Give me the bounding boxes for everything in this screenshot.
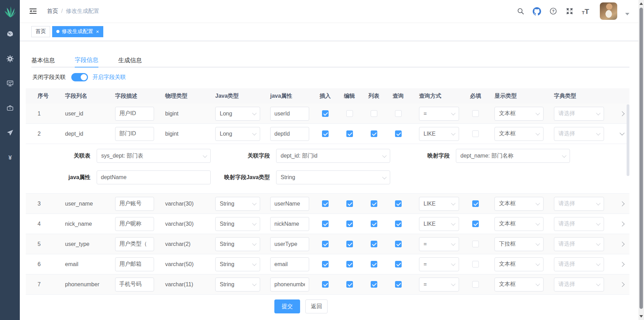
sidebar-item-dashboard[interactable] bbox=[6, 30, 14, 38]
expand-row-button[interactable] bbox=[620, 130, 625, 135]
scrollbar-thumb[interactable] bbox=[639, 8, 643, 309]
display-type-select[interactable]: 下拉框 bbox=[494, 237, 544, 251]
relation-table-select[interactable]: sys_dept: 部门表 bbox=[97, 149, 211, 163]
required-checkbox[interactable] bbox=[472, 281, 479, 288]
help-button[interactable]: ? bbox=[549, 7, 557, 15]
insert-checkbox[interactable] bbox=[322, 130, 329, 137]
java-type-select[interactable]: Long bbox=[215, 127, 260, 141]
java-attr-input[interactable] bbox=[270, 197, 309, 211]
edit-checkbox[interactable] bbox=[346, 241, 353, 247]
tag-active-page[interactable]: 修改生成配置 × bbox=[52, 26, 103, 37]
list-checkbox[interactable] bbox=[371, 110, 377, 117]
field-relation-switch[interactable] bbox=[71, 73, 88, 81]
expand-row-button[interactable] bbox=[620, 241, 625, 246]
description-input[interactable] bbox=[115, 217, 154, 231]
java-attr-input[interactable] bbox=[270, 107, 309, 121]
insert-checkbox[interactable] bbox=[322, 221, 329, 227]
display-type-select[interactable]: 文本框 bbox=[494, 107, 544, 121]
list-checkbox[interactable] bbox=[371, 200, 377, 207]
insert-checkbox[interactable] bbox=[322, 241, 329, 247]
mapping-field-select[interactable]: dept_name: 部门名称 bbox=[456, 149, 570, 163]
display-type-select[interactable]: 文本框 bbox=[494, 127, 544, 141]
query-type-select[interactable]: LIKE bbox=[419, 197, 459, 211]
required-checkbox[interactable] bbox=[472, 261, 479, 267]
required-checkbox[interactable] bbox=[472, 241, 479, 247]
java-type-select[interactable]: String bbox=[215, 197, 260, 211]
edit-checkbox[interactable] bbox=[346, 261, 353, 267]
java-type-select[interactable]: String bbox=[215, 278, 260, 291]
query-checkbox[interactable] bbox=[395, 130, 402, 137]
query-type-select[interactable]: LIKE bbox=[419, 127, 459, 141]
java-attr-input[interactable] bbox=[270, 278, 309, 291]
list-checkbox[interactable] bbox=[371, 130, 377, 137]
sidebar-item-tool[interactable] bbox=[6, 104, 14, 112]
java-attr-input[interactable] bbox=[270, 237, 309, 251]
required-checkbox[interactable] bbox=[472, 110, 479, 117]
sidebar-item-send[interactable] bbox=[6, 129, 14, 137]
query-checkbox[interactable] bbox=[395, 281, 402, 288]
expand-row-button[interactable] bbox=[620, 221, 625, 226]
back-button[interactable]: 返回 bbox=[305, 299, 328, 313]
dict-type-select[interactable]: 请选择 bbox=[554, 197, 604, 211]
edit-checkbox[interactable] bbox=[346, 200, 353, 207]
description-input[interactable] bbox=[115, 127, 154, 141]
tab-basic-info[interactable]: 基本信息 bbox=[31, 53, 55, 67]
list-checkbox[interactable] bbox=[371, 261, 377, 267]
user-menu-caret-icon[interactable] bbox=[625, 13, 629, 15]
dict-type-select[interactable]: 请选择 bbox=[554, 237, 604, 251]
mapping-java-type-select[interactable]: String bbox=[276, 170, 390, 184]
tag-home[interactable]: 首页 bbox=[31, 26, 50, 37]
sidebar-item-finance[interactable]: ¥ bbox=[6, 153, 14, 162]
edit-checkbox[interactable] bbox=[346, 281, 353, 288]
table-scrollbar-thumb[interactable] bbox=[627, 104, 629, 176]
description-input[interactable] bbox=[115, 107, 154, 121]
page-scrollbar[interactable] bbox=[638, 0, 644, 320]
java-type-select[interactable]: String bbox=[215, 217, 260, 231]
description-input[interactable] bbox=[115, 197, 154, 211]
java-attr-input[interactable] bbox=[270, 217, 309, 231]
query-checkbox[interactable] bbox=[395, 241, 402, 247]
expand-row-button[interactable] bbox=[620, 111, 625, 116]
scrollbar-up-arrow[interactable] bbox=[639, 2, 643, 5]
java-attribute-input[interactable] bbox=[97, 170, 211, 184]
sidebar-collapse-button[interactable] bbox=[29, 7, 37, 15]
dict-type-select[interactable]: 请选择 bbox=[554, 217, 604, 231]
github-button[interactable] bbox=[533, 7, 541, 15]
expand-row-button[interactable] bbox=[620, 262, 625, 266]
query-checkbox[interactable] bbox=[395, 110, 402, 117]
java-type-select[interactable]: Long bbox=[215, 107, 260, 121]
query-type-select[interactable]: = bbox=[419, 257, 459, 271]
edit-checkbox[interactable] bbox=[346, 110, 353, 117]
list-checkbox[interactable] bbox=[371, 221, 377, 227]
tab-gen-info[interactable]: 生成信息 bbox=[118, 53, 142, 67]
tag-close-icon[interactable]: × bbox=[96, 29, 99, 34]
sidebar-item-monitor[interactable] bbox=[6, 79, 14, 88]
expand-row-button[interactable] bbox=[620, 201, 625, 206]
display-type-select[interactable]: 文本框 bbox=[494, 217, 544, 231]
avatar[interactable] bbox=[600, 2, 617, 20]
insert-checkbox[interactable] bbox=[322, 200, 329, 207]
list-checkbox[interactable] bbox=[371, 241, 377, 247]
search-button[interactable] bbox=[516, 7, 525, 15]
dict-type-select[interactable]: 请选择 bbox=[554, 257, 604, 271]
query-type-select[interactable]: = bbox=[419, 107, 459, 121]
required-checkbox[interactable] bbox=[472, 130, 479, 137]
submit-button[interactable]: 提交 bbox=[274, 299, 300, 313]
relation-field-select[interactable]: dept_id: 部门id bbox=[276, 149, 390, 163]
display-type-select[interactable]: 文本框 bbox=[494, 278, 544, 291]
expand-row-button[interactable] bbox=[620, 282, 625, 287]
tab-field-info[interactable]: 字段信息 bbox=[75, 53, 98, 67]
required-checkbox[interactable] bbox=[472, 200, 479, 207]
query-type-select[interactable]: = bbox=[419, 237, 459, 251]
list-checkbox[interactable] bbox=[371, 281, 377, 288]
insert-checkbox[interactable] bbox=[322, 261, 329, 267]
dict-type-select[interactable]: 请选择 bbox=[554, 278, 604, 291]
query-type-select[interactable]: LIKE bbox=[419, 217, 459, 231]
breadcrumb-home[interactable]: 首页 bbox=[47, 8, 58, 15]
sidebar-item-system[interactable] bbox=[6, 55, 14, 63]
java-attr-input[interactable] bbox=[270, 257, 309, 271]
query-checkbox[interactable] bbox=[395, 221, 402, 227]
dict-type-select[interactable]: 请选择 bbox=[554, 107, 604, 121]
query-checkbox[interactable] bbox=[395, 200, 402, 207]
fullscreen-button[interactable] bbox=[565, 7, 574, 15]
